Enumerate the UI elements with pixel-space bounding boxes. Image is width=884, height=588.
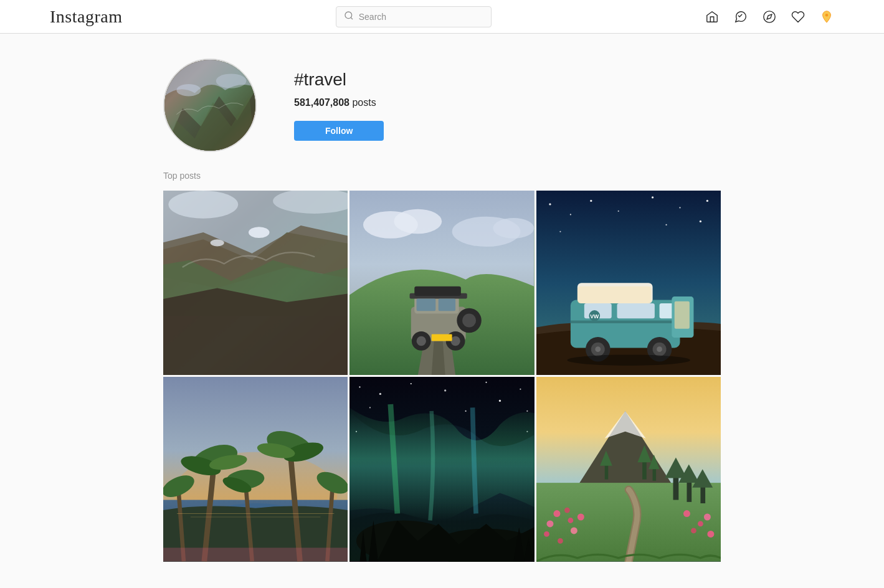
- svg-point-93: [486, 382, 487, 383]
- svg-point-18: [210, 239, 224, 246]
- profile-section: #travel 581,407,808 posts Follow: [151, 59, 733, 152]
- svg-point-92: [444, 390, 446, 392]
- profile-info: #travel 581,407,808 posts Follow: [294, 70, 721, 141]
- post-item[interactable]: [536, 377, 721, 561]
- top-posts-label: Top posts: [163, 171, 721, 181]
- svg-point-124: [571, 528, 577, 534]
- header: Instagram: [0, 0, 884, 34]
- svg-point-40: [590, 200, 592, 202]
- svg-point-39: [569, 214, 571, 215]
- svg-text:VW: VW: [590, 313, 599, 320]
- search-input[interactable]: [359, 12, 483, 22]
- svg-rect-36: [432, 334, 452, 341]
- svg-point-96: [499, 400, 501, 402]
- svg-point-123: [544, 531, 549, 537]
- svg-rect-65: [577, 287, 652, 303]
- post-item[interactable]: [349, 377, 534, 561]
- svg-point-90: [379, 393, 381, 395]
- svg-marker-14: [163, 288, 348, 376]
- svg-point-17: [249, 227, 270, 238]
- svg-point-15: [168, 191, 238, 219]
- svg-point-60: [595, 346, 601, 352]
- follow-button[interactable]: Follow: [294, 121, 384, 141]
- posts-grid: VW: [163, 191, 721, 562]
- activity-icon[interactable]: [791, 9, 806, 24]
- svg-point-119: [568, 518, 573, 523]
- post-item[interactable]: [349, 191, 534, 375]
- svg-point-21: [394, 209, 442, 234]
- svg-rect-55: [674, 301, 689, 329]
- svg-point-47: [699, 220, 701, 222]
- post-item[interactable]: [163, 191, 348, 375]
- svg-point-127: [698, 521, 703, 527]
- svg-point-43: [679, 207, 680, 208]
- svg-rect-50: [571, 321, 680, 323]
- svg-point-97: [465, 410, 467, 412]
- svg-point-9: [216, 74, 247, 88]
- post-item[interactable]: VW: [536, 191, 721, 375]
- svg-point-23: [493, 218, 535, 239]
- profile-hashtag: #travel: [294, 70, 721, 90]
- instagram-logo: Instagram: [50, 7, 122, 27]
- svg-point-63: [657, 346, 662, 352]
- svg-point-41: [617, 211, 619, 212]
- svg-point-33: [451, 336, 460, 346]
- svg-point-118: [553, 510, 560, 517]
- svg-point-91: [411, 383, 412, 384]
- svg-point-130: [707, 531, 714, 538]
- svg-point-126: [683, 510, 690, 517]
- svg-rect-35: [439, 298, 455, 311]
- svg-point-95: [369, 407, 371, 409]
- svg-point-125: [558, 538, 563, 544]
- svg-rect-27: [415, 287, 462, 296]
- svg-point-44: [706, 200, 708, 202]
- svg-line-1: [351, 17, 353, 19]
- profile-avatar: [163, 59, 257, 152]
- svg-point-8: [176, 84, 201, 96]
- svg-point-45: [559, 231, 561, 232]
- svg-point-120: [546, 521, 553, 528]
- svg-point-2: [764, 11, 775, 22]
- svg-point-29: [462, 314, 476, 328]
- svg-point-129: [691, 528, 696, 534]
- svg-rect-34: [417, 298, 436, 311]
- svg-point-38: [549, 203, 551, 205]
- svg-point-4: [825, 13, 829, 16]
- svg-point-121: [564, 508, 570, 513]
- svg-point-122: [577, 514, 584, 521]
- svg-point-64: [567, 354, 690, 366]
- svg-marker-3: [767, 14, 772, 19]
- svg-rect-85: [163, 548, 348, 562]
- svg-point-94: [520, 389, 521, 390]
- svg-point-0: [345, 12, 352, 19]
- home-icon[interactable]: [705, 9, 720, 24]
- top-posts-section: Top posts: [151, 171, 733, 562]
- posts-count: 581,407,808 posts: [294, 97, 721, 108]
- svg-point-128: [704, 514, 711, 521]
- post-item[interactable]: [163, 377, 348, 561]
- search-icon: [344, 11, 354, 23]
- svg-point-46: [665, 224, 667, 225]
- messenger-icon[interactable]: [733, 9, 748, 24]
- svg-point-89: [359, 387, 361, 388]
- svg-point-31: [417, 336, 426, 346]
- svg-rect-53: [617, 303, 654, 318]
- svg-point-98: [527, 410, 528, 412]
- main-nav: [705, 9, 834, 24]
- svg-point-42: [652, 196, 653, 198]
- search-bar[interactable]: [336, 6, 492, 27]
- explore-icon[interactable]: [762, 9, 777, 24]
- maps-icon[interactable]: [819, 9, 834, 24]
